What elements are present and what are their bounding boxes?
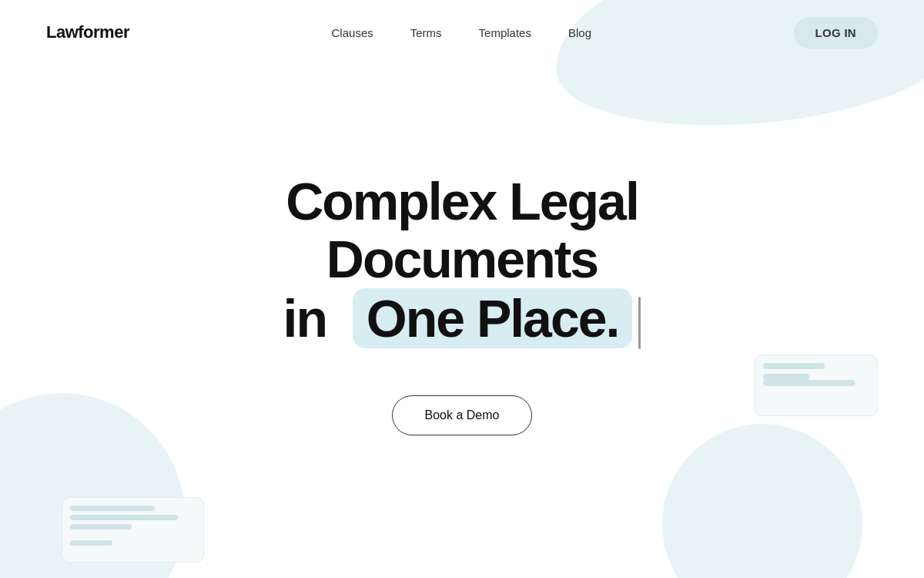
nav: Clauses Terms Templates Blog — [332, 26, 591, 39]
nav-item-clauses[interactable]: Clauses — [332, 26, 373, 39]
header: Lawformer Clauses Terms Templates Blog L… — [0, 0, 924, 65]
card-bottom-left — [62, 497, 204, 563]
logo: Lawformer — [46, 22, 129, 42]
nav-item-templates[interactable]: Templates — [479, 26, 531, 39]
hero-title: Complex Legal Documents in One Place. — [154, 173, 770, 349]
book-demo-button[interactable]: Book a Demo — [392, 395, 533, 435]
blob-bottom-right — [662, 424, 862, 578]
hero-section: Complex Legal Documents in One Place. Bo… — [0, 65, 924, 435]
nav-item-blog[interactable]: Blog — [568, 26, 591, 39]
card-line-2 — [70, 515, 178, 520]
hero-line2-prefix: in — [283, 289, 326, 348]
login-button[interactable]: LOG IN — [794, 17, 878, 49]
nav-item-terms[interactable]: Terms — [410, 26, 442, 39]
hero-line1: Complex Legal Documents — [286, 172, 638, 288]
text-cursor — [638, 297, 641, 349]
card-line-4 — [70, 540, 112, 546]
card-line-3 — [70, 524, 132, 529]
hero-highlight: One Place. — [353, 288, 633, 349]
card-line-1 — [70, 506, 155, 511]
